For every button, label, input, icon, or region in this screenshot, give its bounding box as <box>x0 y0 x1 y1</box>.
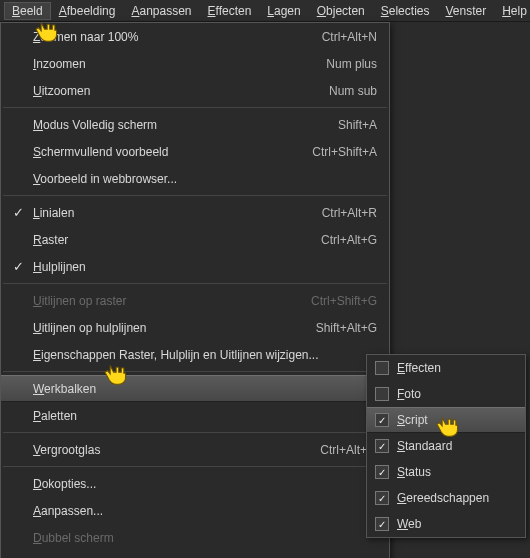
menu-item-shortcut: Shift+A <box>338 118 377 132</box>
menu-item[interactable]: UitzoomenNum sub <box>1 77 389 104</box>
menu-item-label: Linialen <box>27 206 322 220</box>
menu-item-label: Uitlijnen op hulplijnen <box>27 321 316 335</box>
checkbox-icon: ✓ <box>375 517 389 531</box>
menu-separator <box>3 107 387 108</box>
menu-item-label: Dokopties... <box>27 477 377 491</box>
menu-item-label: Dubbel scherm <box>27 531 377 545</box>
checkbox-icon <box>375 361 389 375</box>
menu-effecten[interactable]: Effecten <box>200 2 260 20</box>
menu-separator <box>3 466 387 467</box>
menu-item-shortcut: Ctrl+Alt+R <box>322 206 377 220</box>
menu-item: Uitlijnen op rasterCtrl+Shift+G <box>1 287 389 314</box>
menu-lagen[interactable]: Lagen <box>259 2 308 20</box>
menu-item[interactable]: Schermvullend voorbeeldCtrl+Shift+A <box>1 138 389 165</box>
submenu-item[interactable]: Foto <box>367 381 525 407</box>
submenu-item[interactable]: ✓Standaard <box>367 433 525 459</box>
menu-beeld-dropdown: Zoomen naar 100%Ctrl+Alt+NInzoomenNum pl… <box>0 22 390 558</box>
menu-item[interactable]: Zoomen naar 100%Ctrl+Alt+N <box>1 23 389 50</box>
menu-item-shortcut: Num plus <box>326 57 377 71</box>
menu-aanpassen[interactable]: Aanpassen <box>123 2 199 20</box>
menubar: BeeldAfbeeldingAanpassenEffectenLagenObj… <box>0 0 530 22</box>
menu-item[interactable]: ✓LinialenCtrl+Alt+R <box>1 199 389 226</box>
submenu-item-label: Script <box>397 413 517 427</box>
menu-item[interactable]: ✓Hulplijnen <box>1 253 389 280</box>
submenu-item[interactable]: ✓Script <box>367 407 525 433</box>
submenu-item[interactable]: Effecten <box>367 355 525 381</box>
submenu-werkbalken: EffectenFoto✓Script✓Standaard✓Status✓Ger… <box>366 354 526 538</box>
menu-item-shortcut: Ctrl+Shift+G <box>311 294 377 308</box>
menu-item: Dubbel scherm <box>1 524 389 551</box>
menu-item[interactable]: VergrootglasCtrl+Alt+M <box>1 436 389 463</box>
menu-separator <box>3 283 387 284</box>
menu-item-label: Hulplijnen <box>27 260 377 274</box>
menu-item-label: Vergrootglas <box>27 443 320 457</box>
submenu-item-label: Standaard <box>397 439 517 453</box>
menu-item[interactable]: Werkbalken▶ <box>1 375 389 402</box>
submenu-item-label: Gereedschappen <box>397 491 517 505</box>
menu-item-label: Inzoomen <box>27 57 326 71</box>
checkbox-icon: ✓ <box>375 439 389 453</box>
menu-item[interactable]: Eigenschappen Raster, Hulplijn en Uitlij… <box>1 341 389 368</box>
submenu-item[interactable]: ✓Gereedschappen <box>367 485 525 511</box>
submenu-item[interactable]: ✓Web <box>367 511 525 537</box>
menu-item-shortcut: Ctrl+Shift+A <box>312 145 377 159</box>
menu-item-label: Aanpassen... <box>27 504 377 518</box>
checkbox-icon <box>375 387 389 401</box>
menu-help[interactable]: Help <box>494 2 530 20</box>
menu-item[interactable]: RasterCtrl+Alt+G <box>1 226 389 253</box>
menu-separator <box>3 432 387 433</box>
menu-item[interactable]: InzoomenNum plus <box>1 50 389 77</box>
menu-item[interactable]: Uitlijnen op hulplijnenShift+Alt+G <box>1 314 389 341</box>
menu-separator <box>3 195 387 196</box>
menu-item-shortcut: Shift+Alt+G <box>316 321 377 335</box>
menu-item-shortcut: Ctrl+Alt+G <box>321 233 377 247</box>
submenu-item-label: Status <box>397 465 517 479</box>
menu-item[interactable]: Werkvlakkleur▶ <box>1 551 389 558</box>
menu-afbeelding[interactable]: Afbeelding <box>51 2 124 20</box>
menu-objecten[interactable]: Objecten <box>309 2 373 20</box>
menu-item-label: Paletten <box>27 409 361 423</box>
menu-item-label: Eigenschappen Raster, Hulplijn en Uitlij… <box>27 348 377 362</box>
submenu-item[interactable]: ✓Status <box>367 459 525 485</box>
menu-venster[interactable]: Venster <box>437 2 494 20</box>
menu-beeld[interactable]: Beeld <box>4 2 51 20</box>
checkbox-icon: ✓ <box>375 491 389 505</box>
menu-item[interactable]: Paletten▶ <box>1 402 389 429</box>
menu-separator <box>3 371 387 372</box>
checkbox-icon: ✓ <box>375 413 389 427</box>
menu-item-label: Raster <box>27 233 321 247</box>
menu-item-shortcut: Ctrl+Alt+N <box>322 30 377 44</box>
checkbox-icon: ✓ <box>375 465 389 479</box>
check-icon: ✓ <box>9 259 27 274</box>
menu-item[interactable]: Voorbeeld in webbrowser... <box>1 165 389 192</box>
menu-item-label: Schermvullend voorbeeld <box>27 145 312 159</box>
menu-item-label: Uitzoomen <box>27 84 329 98</box>
submenu-item-label: Effecten <box>397 361 517 375</box>
menu-item-label: Modus Volledig scherm <box>27 118 338 132</box>
menu-item[interactable]: Modus Volledig schermShift+A <box>1 111 389 138</box>
menu-item-label: Zoomen naar 100% <box>27 30 322 44</box>
menu-item[interactable]: Aanpassen... <box>1 497 389 524</box>
menu-item-shortcut: Num sub <box>329 84 377 98</box>
menu-item-label: Uitlijnen op raster <box>27 294 311 308</box>
submenu-item-label: Foto <box>397 387 517 401</box>
submenu-item-label: Web <box>397 517 517 531</box>
menu-item-label: Voorbeeld in webbrowser... <box>27 172 377 186</box>
menu-item[interactable]: Dokopties... <box>1 470 389 497</box>
menu-item-label: Werkbalken <box>27 382 361 396</box>
menu-selecties[interactable]: Selecties <box>373 2 438 20</box>
check-icon: ✓ <box>9 205 27 220</box>
